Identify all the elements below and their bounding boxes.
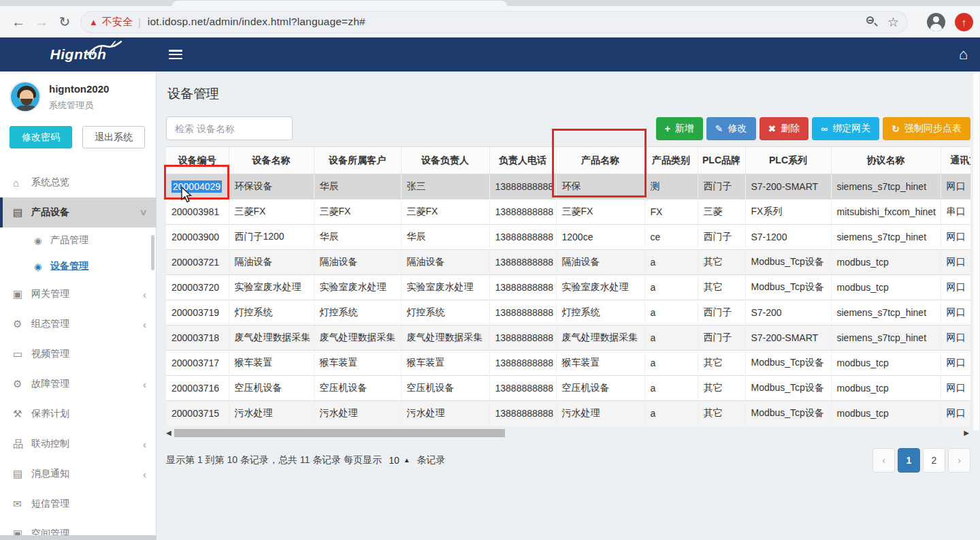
sidebar-item-label: 保养计划 xyxy=(31,408,146,420)
cell: 灯控系统 xyxy=(229,300,314,325)
cell: 13888888888 xyxy=(489,401,556,426)
bookmark-star-icon[interactable]: ☆ xyxy=(887,14,899,30)
sidebar-item-短信管理[interactable]: ✉短信管理 xyxy=(0,489,156,519)
cell: 13888888888 xyxy=(489,376,556,401)
cell: 三菱 xyxy=(698,200,745,225)
pagination-summary: 显示第 1 到第 10 条记录，总共 11 条记录 每页显示 10▲ 条记录 xyxy=(166,454,446,466)
cell: S7-200-SMART xyxy=(745,174,831,200)
book-icon: ▤ xyxy=(13,206,31,219)
sidebar-toggle-icon[interactable] xyxy=(169,50,182,59)
column-header-PLC系列[interactable]: PLC系列 xyxy=(745,147,831,174)
sidebar-item-消息通知[interactable]: ▤消息通知‹ xyxy=(0,459,156,489)
sidebar-item-label: 系统总览 xyxy=(31,176,146,189)
sidebar-item-故障管理[interactable]: ⚙故障管理‹ xyxy=(0,369,156,399)
address-bar[interactable]: ▲ 不安全 | iot.idosp.net/admin/index.html?l… xyxy=(80,11,908,33)
cell: 污水处理 xyxy=(314,401,401,426)
toolbar-button-修改[interactable]: ✎修改 xyxy=(706,117,756,140)
column-header-设备名称[interactable]: 设备名称 xyxy=(229,147,314,174)
column-header-设备负责人[interactable]: 设备负责人 xyxy=(401,147,489,174)
wrench-icon: ⚒ xyxy=(13,408,31,420)
column-header-协议名称[interactable]: 协议名称 xyxy=(831,147,941,174)
sidebar-subitem-产品管理[interactable]: ◉产品管理 xyxy=(0,227,156,253)
cell: 200003719 xyxy=(166,300,229,325)
security-warning-label[interactable]: 不安全 xyxy=(102,16,133,29)
cell: 网口 xyxy=(941,275,970,300)
table-row[interactable]: 200003719灯控系统灯控系统灯控系统13888888888灯控系统a西门子… xyxy=(166,300,970,325)
cell: 污水处理 xyxy=(229,401,314,426)
user-role: 系统管理员 xyxy=(49,99,109,112)
pager-prev-button[interactable]: ‹ xyxy=(872,448,895,473)
browser-profile-icon[interactable] xyxy=(927,13,945,31)
pager-page-1[interactable]: 1 xyxy=(898,448,920,473)
selected-device-id[interactable]: 200004029 xyxy=(172,180,222,193)
browser-chrome: ← → ↻ ▲ 不安全 | iot.idosp.net/admin/index.… xyxy=(0,0,980,37)
sidebar-subitem-设备管理[interactable]: ◉设备管理 xyxy=(0,253,156,279)
change-password-button[interactable]: 修改密码 xyxy=(10,126,72,148)
sidebar-item-系统总览[interactable]: ⌂系统总览 xyxy=(0,168,156,197)
pager-page-2[interactable]: 2 xyxy=(923,448,945,473)
cell: a xyxy=(644,325,698,351)
table-row[interactable]: 200003715污水处理污水处理污水处理13888888888污水处理a其它M… xyxy=(166,401,970,426)
scroll-right-icon[interactable]: ▶ xyxy=(964,429,969,436)
toolbar-button-绑定网关[interactable]: ∞绑定网关 xyxy=(812,117,879,140)
sidebar-item-视频管理[interactable]: ▭视频管理 xyxy=(0,339,156,369)
table-row[interactable]: 200003717猴车装置猴车装置猴车装置13888888888猴车装置a其它M… xyxy=(166,351,970,376)
table-row[interactable]: 200003721隔油设备隔油设备隔油设备13888888888隔油设备a其它M… xyxy=(166,250,970,275)
logout-button[interactable]: 退出系统 xyxy=(82,126,145,148)
sidebar-scrollbar[interactable] xyxy=(151,235,154,270)
sidebar-item-联动控制[interactable]: 品联动控制‹ xyxy=(0,429,156,459)
reload-icon[interactable]: ↻ xyxy=(53,10,76,33)
home-icon[interactable]: ⌂ xyxy=(959,46,968,63)
table-row[interactable]: 200003716空压机设备空压机设备空压机设备13888888888空压机设备… xyxy=(166,376,970,401)
browser-tab[interactable] xyxy=(172,1,507,6)
page-size-dropdown[interactable]: 10▲ xyxy=(389,455,410,466)
cell: 污水处理 xyxy=(401,401,489,426)
table-toolbar: +新增✎修改✖删除∞绑定网关↻强制同步点表 xyxy=(653,117,970,140)
toolbar-button-强制同步点表[interactable]: ↻强制同步点表 xyxy=(883,117,970,140)
cell: siemens_s7tcp_hinet xyxy=(831,325,941,351)
sidebar-item-保养计划[interactable]: ⚒保养计划 xyxy=(0,399,156,429)
table-row[interactable]: 200003718废气处理数据采集废气处理数据采集废气处理数据采集1388888… xyxy=(166,325,970,351)
forward-icon[interactable]: → xyxy=(30,10,53,33)
scrollbar-thumb[interactable] xyxy=(174,429,505,437)
browser-update-icon[interactable]: ↑ xyxy=(955,13,973,31)
cell: 其它 xyxy=(698,275,745,300)
cell: S7-200 xyxy=(745,300,831,325)
sidebar-item-网关管理[interactable]: ▣网关管理‹ xyxy=(0,279,156,309)
pager-next-button[interactable]: › xyxy=(948,448,970,473)
column-header-PLC品牌[interactable]: PLC品牌 xyxy=(698,147,745,174)
cell: 废气处理数据采集 xyxy=(556,325,644,351)
toolbar-button-新增[interactable]: +新增 xyxy=(656,117,703,140)
search-input[interactable] xyxy=(166,116,293,140)
cell: 网口 xyxy=(941,300,970,325)
column-header-设备所属客户[interactable]: 设备所属客户 xyxy=(314,147,401,174)
back-icon[interactable]: ← xyxy=(7,10,30,33)
cell: 200004029 xyxy=(166,174,229,200)
sidebar-item-label: 组态管理 xyxy=(31,318,143,330)
zoom-out-icon[interactable] xyxy=(866,16,878,28)
cell: 三菱FX xyxy=(401,200,489,225)
column-header-产品类别[interactable]: 产品类别 xyxy=(644,147,698,174)
scroll-left-icon[interactable]: ◀ xyxy=(166,429,172,436)
url-text[interactable]: iot.idosp.net/admin/index.html?language=… xyxy=(148,16,856,28)
sidebar-bottom-scrollbar[interactable] xyxy=(0,535,157,540)
horizontal-scrollbar[interactable]: ◀ ▶ xyxy=(166,428,970,439)
chevron-left-icon: ‹ xyxy=(143,468,146,480)
column-header-设备编号[interactable]: 设备编号 xyxy=(166,147,229,174)
table-row[interactable]: 200003720实验室废水处理实验室废水处理实验室废水处理1388888888… xyxy=(166,275,970,300)
table-row[interactable]: 200003981三菱FX三菱FX三菱FX13888888888三菱FXFX三菱… xyxy=(166,200,970,225)
cell: 200003720 xyxy=(166,275,229,300)
sidebar-menu: ⌂系统总览▤产品设备˅◉产品管理◉设备管理▣网关管理‹⚙组态管理‹▭视频管理⚙故… xyxy=(0,168,156,540)
sidebar-item-组态管理[interactable]: ⚙组态管理‹ xyxy=(0,309,156,339)
logo[interactable]: Hignton xyxy=(0,37,157,72)
table-vertical-scrollbar[interactable] xyxy=(973,73,979,430)
column-header-负责人电话[interactable]: 负责人电话 xyxy=(489,147,556,174)
table-row[interactable]: 200003900西门子1200华辰华辰138888888881200cece西… xyxy=(166,225,970,250)
cell: 实验室废水处理 xyxy=(556,275,644,300)
toolbar-button-删除[interactable]: ✖删除 xyxy=(760,117,809,140)
column-header-产品名称[interactable]: 产品名称 xyxy=(556,147,644,174)
table-row[interactable]: 200004029环保设备华辰张三13888888888环保测西门子S7-200… xyxy=(166,174,970,200)
column-header-通讯方式[interactable]: 通讯方式 xyxy=(941,147,970,174)
cell: 隔油设备 xyxy=(556,250,644,275)
sidebar-item-产品设备[interactable]: ▤产品设备˅ xyxy=(0,197,156,227)
